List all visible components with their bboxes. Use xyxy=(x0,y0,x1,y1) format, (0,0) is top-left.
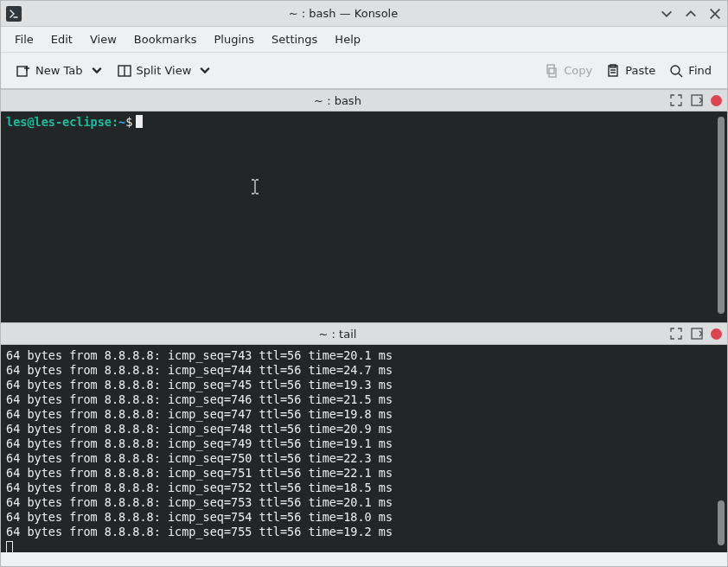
split-view-icon xyxy=(118,64,131,78)
menu-edit[interactable]: Edit xyxy=(44,29,80,49)
text-cursor-outline xyxy=(6,541,13,552)
copy-label: Copy xyxy=(564,64,592,77)
pane-top-title: ~ : bash xyxy=(6,94,669,107)
minimize-button[interactable] xyxy=(660,7,674,21)
svg-point-9 xyxy=(671,66,680,74)
mouse-ibeam-cursor xyxy=(250,179,260,194)
terminal-top-content: les@les-eclipse:~$ xyxy=(1,111,727,133)
new-tab-button[interactable]: New Tab xyxy=(10,61,111,81)
split-view-label: Split View xyxy=(137,64,192,77)
terminal-pane-top[interactable]: les@les-eclipse:~$ xyxy=(1,111,727,322)
svg-rect-4 xyxy=(549,68,556,77)
svg-rect-12 xyxy=(692,328,702,339)
menu-settings[interactable]: Settings xyxy=(265,29,324,49)
menubar: File Edit View Bookmarks Plugins Setting… xyxy=(1,27,727,53)
titlebar: ~ : bash — Konsole xyxy=(1,1,727,27)
maximize-pane-icon[interactable] xyxy=(669,327,683,341)
prompt-path: ~ xyxy=(118,115,125,129)
svg-line-10 xyxy=(679,73,682,77)
maximize-button[interactable] xyxy=(684,7,698,21)
close-pane-icon[interactable] xyxy=(711,95,722,106)
prompt-host: les-eclipse xyxy=(35,115,112,129)
text-cursor xyxy=(136,115,143,128)
pane-header-bottom: ~ : tail xyxy=(1,322,727,345)
pane-header-top: ~ : bash xyxy=(1,89,727,111)
maximize-pane-icon[interactable] xyxy=(669,93,683,107)
split-view-button[interactable]: Split View xyxy=(111,61,220,81)
chevron-down-icon xyxy=(198,64,212,78)
menu-help[interactable]: Help xyxy=(328,29,367,49)
new-tab-label: New Tab xyxy=(35,64,83,77)
search-icon xyxy=(669,64,683,78)
svg-rect-3 xyxy=(547,65,554,73)
copy-icon xyxy=(545,64,559,78)
menu-plugins[interactable]: Plugins xyxy=(207,29,261,49)
move-pane-icon[interactable] xyxy=(690,93,704,107)
copy-button[interactable]: Copy xyxy=(538,61,599,81)
app-icon xyxy=(6,6,22,22)
menu-file[interactable]: File xyxy=(8,29,41,49)
close-button[interactable] xyxy=(708,7,722,21)
menu-bookmarks[interactable]: Bookmarks xyxy=(127,29,204,49)
find-button[interactable]: Find xyxy=(662,61,718,81)
chevron-down-icon xyxy=(90,64,104,78)
toolbar: New Tab Split View Copy Paste Find xyxy=(1,53,727,89)
pane-bottom-title: ~ : tail xyxy=(6,328,669,341)
prompt-symbol: $ xyxy=(125,115,132,129)
svg-rect-11 xyxy=(692,95,702,105)
menu-view[interactable]: View xyxy=(83,29,124,49)
terminal-bottom-content: 64 bytes from 8.8.8.8: icmp_seq=743 ttl=… xyxy=(1,345,727,552)
scrollbar[interactable] xyxy=(718,117,725,314)
paste-icon xyxy=(606,64,620,78)
new-tab-icon xyxy=(16,64,30,78)
terminal-pane-bottom[interactable]: 64 bytes from 8.8.8.8: icmp_seq=743 ttl=… xyxy=(1,345,727,552)
prompt-user: les xyxy=(6,115,27,129)
paste-button[interactable]: Paste xyxy=(599,61,662,81)
find-label: Find xyxy=(688,64,712,77)
move-pane-icon[interactable] xyxy=(690,327,704,341)
window-title: ~ : bash — Konsole xyxy=(27,7,660,20)
close-pane-icon[interactable] xyxy=(711,328,722,340)
paste-label: Paste xyxy=(625,64,655,77)
scrollbar[interactable] xyxy=(718,500,725,545)
